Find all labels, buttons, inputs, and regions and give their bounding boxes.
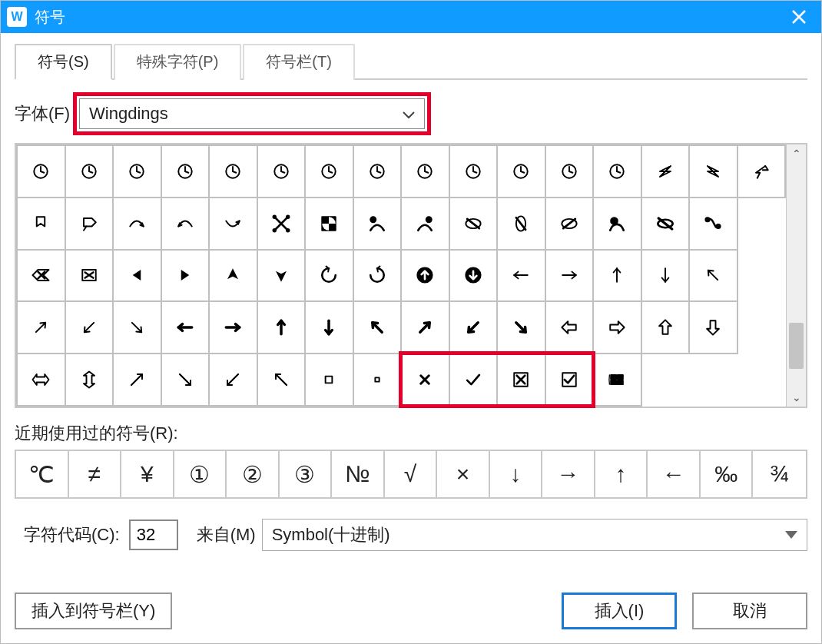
cancel-button[interactable]: 取消	[692, 593, 807, 629]
symbol-check[interactable]	[449, 354, 498, 406]
insert-to-bar-button[interactable]: 插入到符号栏(Y)	[15, 593, 172, 629]
symbol-clock[interactable]	[113, 145, 161, 198]
scroll-down-icon[interactable]: ⌄	[792, 391, 801, 403]
recent-symbol[interactable]: ℃	[16, 451, 69, 497]
symbol-cell[interactable]	[641, 354, 690, 406]
symbol-rot-l[interactable]	[305, 250, 353, 302]
recent-symbol[interactable]: ↓	[490, 451, 543, 497]
symbol-swoosh-r[interactable]	[689, 145, 737, 198]
symbol-clock[interactable]	[401, 145, 449, 198]
symbol-arr-ne-b[interactable]	[401, 301, 449, 354]
scroll-up-icon[interactable]: ⌃	[792, 148, 801, 160]
symbol-noprop4[interactable]	[497, 198, 545, 250]
charcode-input[interactable]	[129, 520, 178, 550]
symbol-clock[interactable]	[593, 145, 641, 198]
symbol-arrow-d-o[interactable]	[689, 301, 737, 354]
recent-symbol[interactable]: √	[385, 451, 438, 497]
symbol-pinwheel[interactable]	[305, 198, 353, 250]
symbol-swoop1[interactable]	[113, 198, 161, 250]
symbol-cell[interactable]	[737, 301, 786, 354]
symbol-ribbon[interactable]	[17, 198, 65, 250]
symbol-boxx-a[interactable]	[17, 250, 65, 302]
symbol-cell[interactable]	[737, 198, 786, 250]
symbol-noprop1[interactable]	[353, 198, 402, 250]
tab-symbols[interactable]: 符号(S)	[15, 44, 112, 80]
symbol-arrow-u[interactable]	[593, 250, 641, 302]
font-select[interactable]: Wingdings	[79, 98, 425, 129]
vertical-scrollbar[interactable]: ⌃ ⌄	[786, 144, 806, 407]
symbol-caret-dn[interactable]	[257, 250, 306, 302]
symbol-noprop6[interactable]	[593, 198, 641, 250]
recent-symbol[interactable]: №	[332, 451, 385, 497]
symbol-caret-up[interactable]	[209, 250, 257, 302]
symbol-arrow-u-b[interactable]	[257, 301, 306, 354]
symbol-diag-nw[interactable]	[257, 354, 306, 406]
tab-special-chars[interactable]: 特殊字符(P)	[114, 44, 242, 80]
symbol-swoop2[interactable]	[161, 198, 210, 250]
symbol-leaves[interactable]	[257, 198, 306, 250]
symbol-clock[interactable]	[209, 145, 257, 198]
symbol-diag-ne[interactable]	[113, 354, 161, 406]
symbol-arr-up-bold[interactable]	[401, 250, 449, 302]
symbol-win-logo[interactable]	[593, 354, 641, 406]
symbol-arrow-l-o[interactable]	[545, 301, 594, 354]
symbol-x-mark[interactable]	[401, 354, 449, 406]
symbol-boxed-check[interactable]	[545, 354, 594, 406]
recent-symbol[interactable]: ‰	[701, 451, 754, 497]
symbol-cell[interactable]	[737, 250, 786, 302]
symbol-arrow-nw[interactable]	[689, 250, 737, 302]
tab-symbol-bar[interactable]: 符号栏(T)	[243, 44, 355, 80]
symbol-swoop3[interactable]	[209, 198, 257, 250]
recent-symbol[interactable]: ←	[648, 451, 701, 497]
symbol-arrow-ud-o[interactable]	[65, 354, 114, 406]
symbol-clock[interactable]	[257, 145, 306, 198]
scrollbar-thumb[interactable]	[789, 323, 804, 369]
symbol-clock[interactable]	[305, 145, 353, 198]
symbol-sq-big[interactable]	[305, 354, 353, 406]
symbol-cell[interactable]	[689, 354, 737, 406]
symbol-arr-se-b[interactable]	[497, 301, 545, 354]
symbol-arrow-l[interactable]	[497, 250, 545, 302]
symbol-arr-dn-bold[interactable]	[449, 250, 498, 302]
symbol-arr-nw-b[interactable]	[353, 301, 402, 354]
recent-symbol[interactable]: ↑	[595, 451, 648, 497]
symbol-arrow-l-b[interactable]	[161, 301, 210, 354]
symbol-clock[interactable]	[65, 145, 114, 198]
symbol-boxx-b[interactable]	[65, 250, 114, 302]
symbol-swoosh-l[interactable]	[641, 145, 690, 198]
symbol-sq-sm[interactable]	[353, 354, 402, 406]
symbol-noprop8[interactable]	[689, 198, 737, 250]
symbol-arrow-d-b[interactable]	[305, 301, 353, 354]
symbol-swoosh-back[interactable]	[737, 145, 786, 198]
symbol-boxed-x[interactable]	[497, 354, 545, 406]
symbol-arrow-r-o[interactable]	[593, 301, 641, 354]
symbol-clock[interactable]	[545, 145, 594, 198]
symbol-clock[interactable]	[353, 145, 402, 198]
from-select[interactable]: Symbol(十进制)	[262, 519, 807, 551]
symbol-clock[interactable]	[161, 145, 210, 198]
symbol-arrow-sw[interactable]	[65, 301, 114, 354]
recent-symbol[interactable]: ③	[280, 451, 333, 497]
symbol-caret-r[interactable]	[161, 250, 210, 302]
symbol-arrow-u-o[interactable]	[641, 301, 690, 354]
symbol-noprop3[interactable]	[449, 198, 498, 250]
recent-symbol[interactable]: →	[542, 451, 595, 497]
symbol-noprop2[interactable]	[401, 198, 449, 250]
symbol-clock[interactable]	[17, 145, 65, 198]
symbol-diag-se[interactable]	[161, 354, 210, 406]
symbol-noprop5[interactable]	[545, 198, 594, 250]
recent-symbol[interactable]: ×	[437, 451, 490, 497]
symbol-arrow-lr-o[interactable]	[17, 354, 65, 406]
symbol-caret-l[interactable]	[113, 250, 161, 302]
recent-symbol[interactable]: ②	[227, 451, 280, 497]
recent-symbol[interactable]: ¥	[121, 451, 174, 497]
symbol-ribbon2[interactable]	[65, 198, 114, 250]
recent-symbol[interactable]: ¾	[753, 451, 806, 497]
symbol-cell[interactable]	[737, 354, 786, 406]
symbol-arrow-ne[interactable]	[17, 301, 65, 354]
close-button[interactable]	[781, 1, 817, 33]
symbol-arrow-se[interactable]	[113, 301, 161, 354]
insert-button[interactable]: 插入(I)	[562, 593, 677, 629]
symbol-clock[interactable]	[449, 145, 498, 198]
symbol-arrow-r-b[interactable]	[209, 301, 257, 354]
